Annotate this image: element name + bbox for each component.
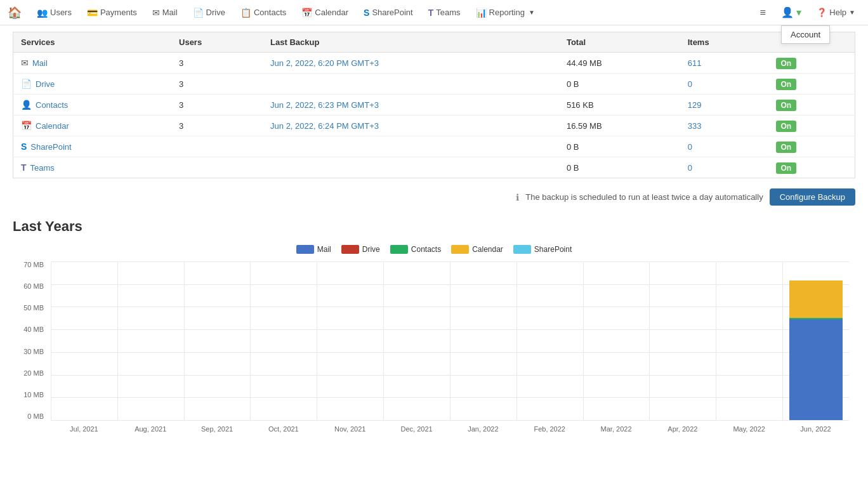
nav-teams[interactable]: T Teams <box>421 0 468 25</box>
service-link[interactable]: T Teams <box>21 162 164 173</box>
x-axis-label: Jun, 2022 <box>782 423 849 433</box>
x-axis-label: Apr, 2022 <box>649 423 716 433</box>
backup-note: ℹ The backup is scheduled to run at leas… <box>13 188 855 206</box>
bar-group <box>716 261 782 420</box>
service-link[interactable]: 📄 Drive <box>21 79 164 89</box>
status-cell: On <box>768 95 855 115</box>
nav-users-label: Users <box>50 8 72 17</box>
x-axis-label: Oct, 2021 <box>250 423 317 433</box>
nav-sharepoint[interactable]: S SharePoint <box>356 0 421 25</box>
nav-calendar-label: Calendar <box>315 8 348 17</box>
items-link[interactable]: 129 <box>688 100 702 110</box>
drive-icon: 📄 <box>193 8 204 18</box>
home-icon[interactable]: 🏠 <box>8 6 22 20</box>
legend-color <box>513 245 531 254</box>
x-axis-label: Dec, 2021 <box>383 423 450 433</box>
account-dropdown[interactable]: Account <box>781 25 830 44</box>
bar-group <box>516 261 583 420</box>
col-items: Items <box>680 32 768 53</box>
y-axis-label: 40 MB <box>23 326 44 333</box>
bar-group <box>583 261 650 420</box>
service-icon-calendar: 📅 <box>21 121 32 131</box>
y-axis-label: 20 MB <box>23 370 44 377</box>
account-label: Account <box>791 30 820 39</box>
users-cell: 3 <box>171 53 263 74</box>
nav-drive[interactable]: 📄 Drive <box>185 0 233 25</box>
legend-label: SharePoint <box>534 245 572 254</box>
bar-segment-calendar <box>789 280 842 318</box>
service-cell: 📄 Drive <box>13 74 172 95</box>
legend-label: Contacts <box>411 245 441 254</box>
items-link[interactable]: 0 <box>688 142 692 152</box>
total-cell: 44.49 MB <box>559 53 680 74</box>
items-link[interactable]: 333 <box>688 121 702 131</box>
bar-group <box>51 261 117 420</box>
service-name: Teams <box>30 163 55 173</box>
status-badge: On <box>776 100 797 111</box>
help-dropdown-icon: ▼ <box>849 9 855 16</box>
help-menu[interactable]: ❓ Help ▼ <box>812 0 860 25</box>
total-cell: 16.59 MB <box>559 115 680 136</box>
users-cell <box>171 136 263 157</box>
backup-date-cell: Jun 2, 2022, 6:23 PM GMT+3 <box>263 95 559 115</box>
x-axis-label: Jan, 2022 <box>450 423 516 433</box>
table-row: T Teams 0 B 0 On <box>13 157 855 178</box>
nav-calendar[interactable]: 📅 Calendar <box>294 0 356 25</box>
service-name: Calendar <box>36 121 69 131</box>
menu-icon[interactable]: ≡ <box>755 0 771 25</box>
service-name: SharePoint <box>30 142 71 152</box>
nav-contacts-label: Contacts <box>254 8 286 17</box>
items-link[interactable]: 0 <box>688 163 692 173</box>
legend-item: Calendar <box>451 245 503 254</box>
service-link[interactable]: 👤 Contacts <box>21 100 164 110</box>
nav-mail[interactable]: ✉ Mail <box>145 0 185 25</box>
users-cell <box>171 157 263 178</box>
legend-label: Drive <box>362 245 380 254</box>
chart-area: 70 MB60 MB50 MB40 MB30 MB20 MB10 MB0 MB <box>51 261 849 420</box>
service-link[interactable]: S SharePoint <box>21 142 164 152</box>
help-icon: ❓ <box>817 8 827 17</box>
x-axis-label: May, 2022 <box>716 423 782 433</box>
service-link[interactable]: 📅 Calendar <box>21 121 164 131</box>
nav-users[interactable]: 👥 Users <box>29 0 79 25</box>
items-cell: 0 <box>680 74 768 95</box>
items-cell: 333 <box>680 115 768 136</box>
bar-group <box>649 261 716 420</box>
nav-items: 👥 Users 💳 Payments ✉ Mail 📄 Drive 📋 Cont… <box>29 0 755 25</box>
items-link[interactable]: 0 <box>688 79 692 89</box>
status-cell: On <box>768 115 855 136</box>
table-row: S SharePoint 0 B 0 On <box>13 136 855 157</box>
y-axis-label: 60 MB <box>23 283 44 290</box>
nav-payments[interactable]: 💳 Payments <box>79 0 145 25</box>
service-icon-teams: T <box>21 162 27 173</box>
table-row: 👤 Contacts 3 Jun 2, 2022, 6:23 PM GMT+3 … <box>13 95 855 115</box>
service-name: Contacts <box>36 100 68 110</box>
grid-line <box>51 420 849 421</box>
nav-sharepoint-label: SharePoint <box>372 8 412 17</box>
nav-reporting-label: Reporting <box>489 8 525 17</box>
users-cell: 3 <box>171 115 263 136</box>
bar-segment-mail <box>789 319 842 420</box>
nav-contacts[interactable]: 📋 Contacts <box>233 0 294 25</box>
users-cell: 3 <box>171 74 263 95</box>
nav-reporting[interactable]: 📊 Reporting ▼ <box>468 0 542 25</box>
status-badge: On <box>776 142 797 153</box>
col-last-backup: Last Backup <box>263 32 559 53</box>
total-cell: 0 B <box>559 136 680 157</box>
service-link[interactable]: ✉ Mail <box>21 58 164 68</box>
col-total: Total <box>559 32 680 53</box>
items-link[interactable]: 611 <box>688 58 702 68</box>
bar-group <box>250 261 317 420</box>
service-icon-contacts: 👤 <box>21 100 32 110</box>
items-cell: 0 <box>680 157 768 178</box>
service-name: Drive <box>36 79 55 89</box>
y-axis-label: 10 MB <box>23 392 44 399</box>
legend-item: Drive <box>341 245 380 254</box>
legend-item: Contacts <box>390 245 441 254</box>
nav-payments-label: Payments <box>100 8 137 17</box>
service-icon-sharepoint: S <box>21 142 27 152</box>
chart-section: Last Years MailDriveContactsCalendarShar… <box>13 218 855 433</box>
configure-backup-button[interactable]: Configure Backup <box>770 188 855 206</box>
table-row: ✉ Mail 3 Jun 2, 2022, 6:20 PM GMT+3 44.4… <box>13 53 855 74</box>
user-icon[interactable]: 👤 ▾ <box>776 0 806 25</box>
